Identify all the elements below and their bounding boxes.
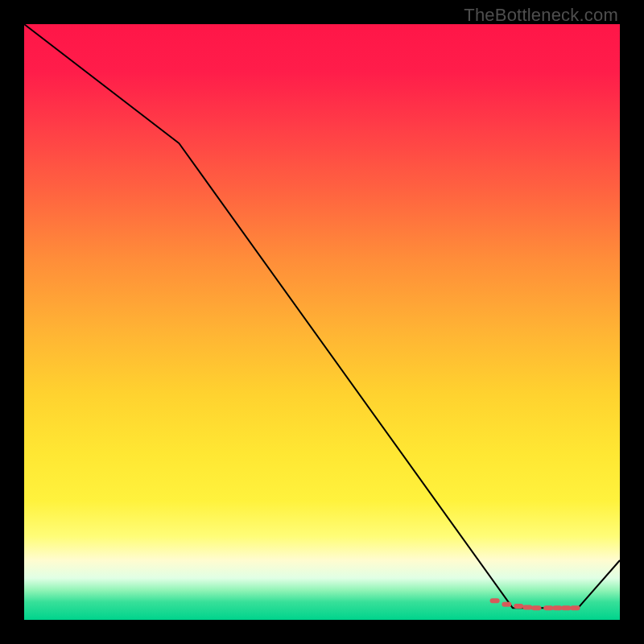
marker-dash xyxy=(552,605,562,610)
marker-dash xyxy=(543,605,553,610)
marker-dash xyxy=(531,605,541,610)
marker-dash xyxy=(514,604,523,609)
chart-overlay xyxy=(0,0,644,644)
curve-path xyxy=(24,24,620,608)
attribution-text: TheBottleneck.com xyxy=(464,5,618,26)
marker-dash xyxy=(490,598,500,603)
marker-dash xyxy=(571,605,580,610)
marker-dash xyxy=(502,602,511,607)
marker-dash xyxy=(561,605,571,610)
marker-series xyxy=(490,598,580,610)
line-series xyxy=(24,24,620,608)
marker-dash xyxy=(522,605,532,610)
chart-frame: TheBottleneck.com xyxy=(0,0,644,644)
